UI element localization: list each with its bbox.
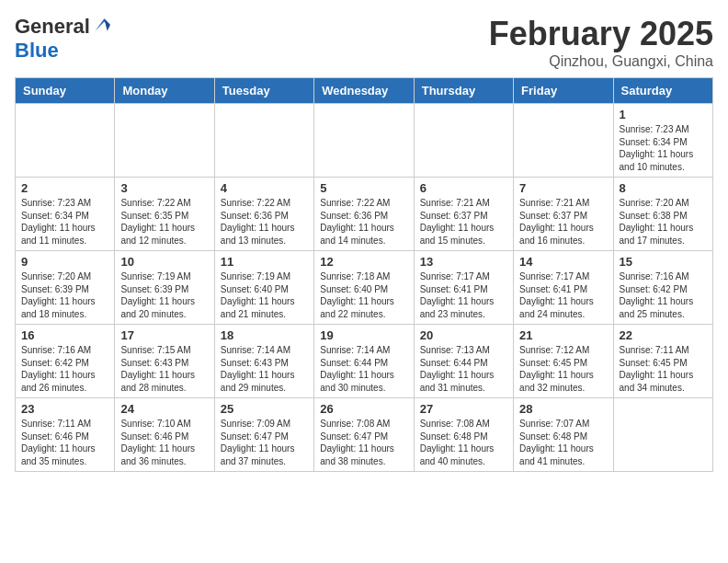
- day-info: Sunrise: 7:22 AMSunset: 6:36 PMDaylight:…: [221, 197, 308, 247]
- day-number: 18: [221, 328, 308, 342]
- day-number: 23: [21, 402, 108, 416]
- calendar-cell: [414, 104, 513, 178]
- day-info: Sunrise: 7:08 AMSunset: 6:48 PMDaylight:…: [420, 418, 507, 467]
- calendar-cell: 13Sunrise: 7:17 AMSunset: 6:41 PMDayligh…: [414, 251, 513, 325]
- calendar-cell: 22Sunrise: 7:11 AMSunset: 6:45 PMDayligh…: [613, 325, 712, 398]
- calendar-cell: 15Sunrise: 7:16 AMSunset: 6:42 PMDayligh…: [613, 251, 712, 325]
- logo-icon: [92, 16, 110, 34]
- day-info: Sunrise: 7:10 AMSunset: 6:46 PMDaylight:…: [120, 418, 208, 467]
- title-block: February 2025 Qinzhou, Guangxi, China: [489, 15, 713, 70]
- calendar-cell: 16Sunrise: 7:16 AMSunset: 6:42 PMDayligh…: [16, 325, 115, 398]
- calendar-week-row: 9Sunrise: 7:20 AMSunset: 6:39 PMDaylight…: [16, 251, 713, 325]
- calendar-cell: 8Sunrise: 7:20 AMSunset: 6:38 PMDaylight…: [613, 178, 712, 251]
- calendar-cell: [115, 104, 214, 178]
- day-number: 24: [120, 402, 208, 416]
- calendar-cell: 19Sunrise: 7:14 AMSunset: 6:44 PMDayligh…: [314, 325, 414, 398]
- logo-blue-text: Blue: [15, 39, 59, 63]
- calendar-cell: 28Sunrise: 7:07 AMSunset: 6:48 PMDayligh…: [514, 398, 613, 472]
- day-info: Sunrise: 7:17 AMSunset: 6:41 PMDaylight:…: [420, 270, 507, 320]
- day-number: 5: [320, 181, 407, 195]
- day-info: Sunrise: 7:09 AMSunset: 6:47 PMDaylight:…: [221, 418, 308, 467]
- day-number: 25: [221, 402, 308, 416]
- day-number: 12: [320, 255, 407, 269]
- weekday-header-sunday: Sunday: [16, 78, 115, 104]
- day-info: Sunrise: 7:12 AMSunset: 6:45 PMDaylight:…: [519, 344, 607, 394]
- day-info: Sunrise: 7:21 AMSunset: 6:37 PMDaylight:…: [519, 197, 607, 247]
- calendar-week-row: 16Sunrise: 7:16 AMSunset: 6:42 PMDayligh…: [16, 325, 713, 398]
- calendar-cell: [16, 104, 115, 178]
- calendar-cell: 9Sunrise: 7:20 AMSunset: 6:39 PMDaylight…: [16, 251, 115, 325]
- calendar-cell: 3Sunrise: 7:22 AMSunset: 6:35 PMDaylight…: [115, 178, 214, 251]
- calendar-cell: [214, 104, 313, 178]
- calendar-cell: 18Sunrise: 7:14 AMSunset: 6:43 PMDayligh…: [214, 325, 313, 398]
- day-info: Sunrise: 7:23 AMSunset: 6:34 PMDaylight:…: [21, 197, 108, 247]
- day-info: Sunrise: 7:21 AMSunset: 6:37 PMDaylight:…: [420, 197, 507, 247]
- day-info: Sunrise: 7:11 AMSunset: 6:46 PMDaylight:…: [21, 418, 108, 467]
- day-number: 1: [620, 108, 707, 121]
- calendar-cell: 2Sunrise: 7:23 AMSunset: 6:34 PMDaylight…: [16, 178, 115, 251]
- weekday-header-row: SundayMondayTuesdayWednesdayThursdayFrid…: [16, 78, 713, 104]
- page-header: General Blue February 2025 Qinzhou, Guan…: [15, 15, 713, 70]
- calendar-cell: 20Sunrise: 7:13 AMSunset: 6:44 PMDayligh…: [414, 325, 513, 398]
- svg-marker-1: [104, 18, 110, 30]
- calendar-table: SundayMondayTuesdayWednesdayThursdayFrid…: [15, 77, 713, 472]
- day-info: Sunrise: 7:07 AMSunset: 6:48 PMDaylight:…: [519, 418, 607, 467]
- day-number: 28: [519, 402, 607, 416]
- calendar-week-row: 2Sunrise: 7:23 AMSunset: 6:34 PMDaylight…: [16, 178, 713, 251]
- calendar-cell: 26Sunrise: 7:08 AMSunset: 6:47 PMDayligh…: [314, 398, 414, 472]
- day-number: 26: [320, 402, 407, 416]
- day-number: 3: [120, 181, 208, 195]
- calendar-cell: 1Sunrise: 7:23 AMSunset: 6:34 PMDaylight…: [613, 104, 712, 178]
- day-number: 15: [620, 255, 707, 269]
- day-info: Sunrise: 7:15 AMSunset: 6:43 PMDaylight:…: [120, 344, 208, 394]
- day-info: Sunrise: 7:19 AMSunset: 6:39 PMDaylight:…: [120, 270, 208, 320]
- calendar-cell: 11Sunrise: 7:19 AMSunset: 6:40 PMDayligh…: [214, 251, 313, 325]
- day-info: Sunrise: 7:23 AMSunset: 6:34 PMDaylight:…: [620, 123, 707, 173]
- day-number: 4: [221, 181, 308, 195]
- month-title: February 2025: [489, 15, 713, 53]
- day-number: 22: [620, 328, 707, 342]
- day-number: 2: [21, 181, 108, 195]
- day-number: 20: [420, 328, 507, 342]
- calendar-cell: 10Sunrise: 7:19 AMSunset: 6:39 PMDayligh…: [115, 251, 214, 325]
- calendar-cell: [314, 104, 414, 178]
- weekday-header-friday: Friday: [514, 78, 613, 104]
- day-info: Sunrise: 7:16 AMSunset: 6:42 PMDaylight:…: [620, 270, 707, 320]
- calendar-week-row: 1Sunrise: 7:23 AMSunset: 6:34 PMDaylight…: [16, 104, 713, 178]
- day-info: Sunrise: 7:22 AMSunset: 6:36 PMDaylight:…: [320, 197, 407, 247]
- day-info: Sunrise: 7:13 AMSunset: 6:44 PMDaylight:…: [420, 344, 507, 394]
- calendar-cell: 24Sunrise: 7:10 AMSunset: 6:46 PMDayligh…: [115, 398, 214, 472]
- day-number: 11: [221, 255, 308, 269]
- day-info: Sunrise: 7:14 AMSunset: 6:44 PMDaylight:…: [320, 344, 407, 394]
- calendar-cell: 25Sunrise: 7:09 AMSunset: 6:47 PMDayligh…: [214, 398, 313, 472]
- calendar-cell: [613, 398, 712, 472]
- calendar-cell: 17Sunrise: 7:15 AMSunset: 6:43 PMDayligh…: [115, 325, 214, 398]
- calendar-cell: [514, 104, 613, 178]
- day-info: Sunrise: 7:17 AMSunset: 6:41 PMDaylight:…: [519, 270, 607, 320]
- day-number: 7: [519, 181, 607, 195]
- day-number: 16: [21, 328, 108, 342]
- day-info: Sunrise: 7:08 AMSunset: 6:47 PMDaylight:…: [320, 418, 407, 467]
- calendar-week-row: 23Sunrise: 7:11 AMSunset: 6:46 PMDayligh…: [16, 398, 713, 472]
- day-info: Sunrise: 7:16 AMSunset: 6:42 PMDaylight:…: [21, 344, 108, 394]
- calendar-cell: 23Sunrise: 7:11 AMSunset: 6:46 PMDayligh…: [16, 398, 115, 472]
- day-info: Sunrise: 7:20 AMSunset: 6:39 PMDaylight:…: [21, 270, 108, 320]
- calendar-cell: 5Sunrise: 7:22 AMSunset: 6:36 PMDaylight…: [314, 178, 414, 251]
- weekday-header-saturday: Saturday: [613, 78, 712, 104]
- calendar-cell: 21Sunrise: 7:12 AMSunset: 6:45 PMDayligh…: [514, 325, 613, 398]
- calendar-cell: 7Sunrise: 7:21 AMSunset: 6:37 PMDaylight…: [514, 178, 613, 251]
- day-info: Sunrise: 7:18 AMSunset: 6:40 PMDaylight:…: [320, 270, 407, 320]
- day-number: 17: [120, 328, 208, 342]
- weekday-header-wednesday: Wednesday: [314, 78, 414, 104]
- calendar-cell: 14Sunrise: 7:17 AMSunset: 6:41 PMDayligh…: [514, 251, 613, 325]
- day-info: Sunrise: 7:14 AMSunset: 6:43 PMDaylight:…: [221, 344, 308, 394]
- day-info: Sunrise: 7:20 AMSunset: 6:38 PMDaylight:…: [620, 197, 707, 247]
- day-info: Sunrise: 7:11 AMSunset: 6:45 PMDaylight:…: [620, 344, 707, 394]
- day-number: 13: [420, 255, 507, 269]
- location-subtitle: Qinzhou, Guangxi, China: [489, 53, 713, 70]
- day-number: 6: [420, 181, 507, 195]
- day-number: 8: [620, 181, 707, 195]
- logo: General Blue: [15, 15, 110, 63]
- day-number: 10: [120, 255, 208, 269]
- day-info: Sunrise: 7:22 AMSunset: 6:35 PMDaylight:…: [120, 197, 208, 247]
